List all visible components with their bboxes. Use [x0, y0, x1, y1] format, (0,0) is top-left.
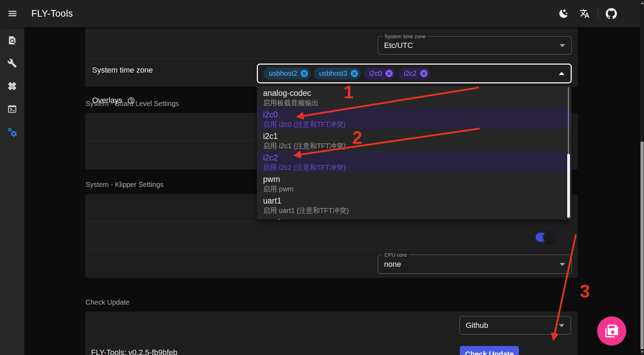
- menu-item-title: i2c0: [263, 109, 572, 120]
- chip-usbhost3[interactable]: usbhost3: [313, 67, 361, 80]
- chevron-down-icon: [560, 44, 565, 47]
- chevron-down-icon: [560, 263, 565, 266]
- close-circle-icon[interactable]: [385, 69, 393, 78]
- save-fab-button[interactable]: [597, 316, 626, 346]
- wrench-icon: [7, 58, 17, 68]
- menu-item-title: i2c1: [263, 131, 572, 141]
- scroll-up-arrow[interactable]: [641, 2, 644, 4]
- app-title: FLY-Tools: [31, 8, 556, 19]
- klipperscreen-toggle[interactable]: [536, 233, 554, 242]
- time-zone-value: Etc/UTC: [384, 41, 413, 50]
- dropdown-scrollbar-thumb[interactable]: [567, 154, 570, 218]
- translate-button[interactable]: [577, 6, 592, 21]
- file-find-icon: [7, 35, 17, 45]
- menu-item-subtitle: 启用 uart1 (注意和TFT冲突): [263, 206, 572, 215]
- update-channel-value: Github: [466, 321, 488, 330]
- menu-item-i2c1[interactable]: i2c1 启用 i2c1 (注意和TFT冲突): [257, 129, 572, 151]
- menu-item-i2c0[interactable]: i2c0 启用 i2c0 (注意和TFT冲突): [257, 108, 572, 129]
- menu-item-subtitle: 启用 i2c2 (注意和TFT冲突): [263, 163, 572, 172]
- cpu-core-value: none: [384, 260, 401, 269]
- sidebar-item-inspect[interactable]: [5, 33, 19, 47]
- menu-item-subtitle: 启用 i2c1 (注意和TFT冲突): [263, 141, 572, 150]
- version-text: FLY-Tools: v0.2.5-fb9bfeb: [91, 348, 177, 355]
- chevron-down-icon: [559, 324, 564, 327]
- chip-label: usbhost3: [319, 69, 347, 77]
- menu-item-title: i2c2: [263, 152, 572, 163]
- github-button[interactable]: [604, 6, 619, 21]
- github-icon: [606, 8, 617, 19]
- menu-item-subtitle: 启用 i2c0 (注意和TFT冲突): [263, 120, 572, 129]
- menu-item-i2c2[interactable]: i2c2 启用 i2c2 (注意和TFT冲突): [257, 151, 572, 172]
- system-time-zone-label-text: System time zone: [92, 66, 153, 75]
- chip-i2c2[interactable]: i2c2: [398, 67, 430, 80]
- section-header-check-update: Check Update: [85, 298, 130, 306]
- chip-usbhost2[interactable]: usbhost2: [263, 67, 311, 80]
- menu-item-uart1[interactable]: uart1 启用 uart1 (注意和TFT冲突): [257, 194, 572, 215]
- chip-label: usbhost2: [269, 69, 297, 77]
- hamburger-menu-button[interactable]: [5, 6, 20, 21]
- menu-item-analog-codec[interactable]: analog-codec 启用板载音频输出: [257, 86, 572, 108]
- page-scrollbar[interactable]: [640, 0, 644, 355]
- console-icon: [7, 104, 17, 114]
- page-scrollbar-thumb[interactable]: [641, 142, 644, 349]
- divider: [85, 31, 578, 31]
- moon-icon: [559, 8, 569, 19]
- theme-toggle-button[interactable]: [556, 6, 571, 21]
- close-circle-icon[interactable]: [300, 69, 309, 78]
- gears-icon: [7, 127, 17, 137]
- sidebar-nav: [0, 27, 24, 355]
- menu-item-title: pwm: [263, 174, 572, 184]
- check-update-button[interactable]: Check Update: [460, 346, 519, 355]
- divider: [85, 59, 578, 59]
- fly-tools-app: System - Board Level Settings System - K…: [0, 0, 644, 355]
- bandage-icon: [7, 81, 17, 91]
- chip-i2c0[interactable]: i2c0: [364, 67, 396, 80]
- menu-item-uart2[interactable]: uart2: [257, 215, 572, 220]
- divider: [85, 249, 578, 250]
- appbar-actions: [556, 6, 619, 21]
- menu-item-title: uart1: [263, 196, 572, 206]
- system-time-zone-label: System time zone: [92, 66, 153, 75]
- time-zone-field-label: System time zone: [382, 33, 428, 39]
- menu-item-subtitle: 启用 pwm: [263, 184, 572, 193]
- chip-label: i2c2: [404, 69, 417, 77]
- toggle-thumb: [543, 231, 555, 243]
- save-all-icon: [605, 324, 619, 338]
- help-icon[interactable]: [127, 97, 135, 105]
- annotation-number-3: 3: [580, 281, 590, 301]
- app-bar: FLY-Tools: [0, 0, 644, 27]
- overlays-select[interactable]: usbhost2 usbhost3 i2c0 i2c2: [257, 64, 572, 83]
- close-circle-icon[interactable]: [350, 69, 359, 78]
- chevron-up-icon: [559, 72, 564, 75]
- divider: [85, 222, 578, 222]
- cpu-core-field-label: CPU core: [382, 252, 409, 258]
- sidebar-item-patches[interactable]: [5, 79, 19, 93]
- menu-item-title: uart2: [263, 217, 572, 220]
- cpu-core-select[interactable]: CPU core none: [378, 255, 572, 274]
- menu-item-title: analog-codec: [263, 88, 572, 98]
- translate-icon: [579, 8, 590, 19]
- overlays-label-text: Overlays: [92, 96, 122, 105]
- update-channel-select[interactable]: Github: [459, 316, 571, 335]
- close-circle-icon[interactable]: [419, 69, 428, 78]
- sidebar-item-tools[interactable]: [5, 56, 19, 70]
- overlays-dropdown-menu: analog-codec 启用板载音频输出 i2c0 启用 i2c0 (注意和T…: [257, 86, 572, 220]
- overlays-label: Overlays: [92, 96, 135, 105]
- menu-icon: [7, 8, 18, 19]
- check-update-button-label: Check Update: [465, 350, 514, 355]
- dropdown-scrollbar-track: [568, 87, 569, 154]
- appbar-divider: [598, 9, 598, 18]
- menu-item-subtitle: 启用板载音频输出: [263, 98, 572, 107]
- chip-label: i2c0: [369, 69, 382, 77]
- menu-item-pwm[interactable]: pwm 启用 pwm: [257, 172, 572, 194]
- sidebar-item-terminal[interactable]: [5, 102, 19, 116]
- scroll-down-arrow[interactable]: [641, 351, 644, 353]
- section-header-klipper: System - Klipper Settings: [85, 181, 164, 189]
- time-zone-select[interactable]: System time zone Etc/UTC: [378, 36, 572, 55]
- sidebar-item-settings[interactable]: [5, 125, 19, 139]
